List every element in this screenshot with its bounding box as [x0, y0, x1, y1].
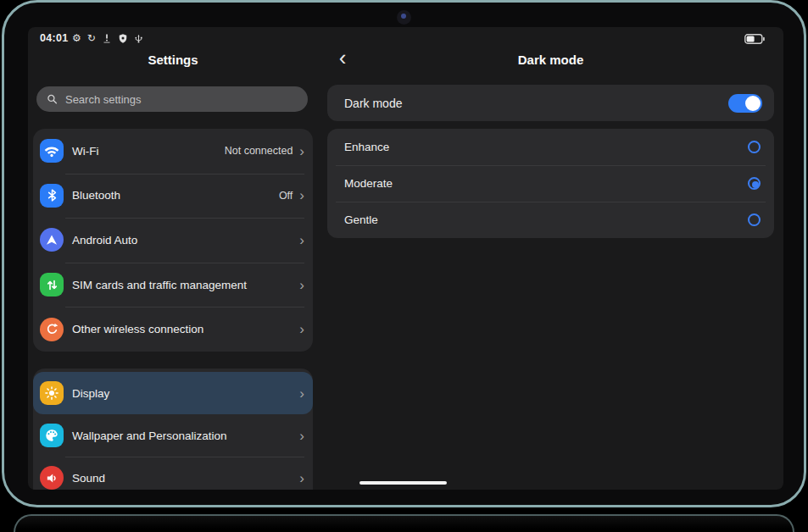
dark-mode-page-title: Dark mode [327, 53, 774, 67]
chevron-right-icon: › [299, 429, 304, 443]
update-alert-icon [102, 33, 112, 44]
search-icon [47, 93, 58, 105]
chevron-right-icon: › [299, 471, 304, 485]
list-item-android-auto[interactable]: Android Auto › [33, 218, 313, 263]
radio-unselected-icon[interactable] [748, 141, 761, 153]
list-item-wifi[interactable]: Wi-Fi Not connected › [33, 129, 313, 174]
settings-page-title: Settings [33, 53, 313, 67]
option-label: Gentle [344, 213, 378, 226]
list-item-sound[interactable]: Sound › [33, 457, 313, 490]
radio-unselected-icon[interactable] [748, 213, 761, 226]
wifi-icon [40, 139, 64, 163]
option-enhance[interactable]: Enhance [327, 129, 774, 165]
chevron-right-icon: › [299, 233, 304, 247]
chevron-right-icon: › [299, 278, 304, 292]
home-indicator[interactable] [359, 481, 447, 485]
chevron-right-icon: › [299, 188, 304, 202]
chevron-right-icon: › [299, 144, 304, 158]
list-item-label: Bluetooth [72, 189, 120, 202]
settings-gear-icon: ⚙ [72, 33, 81, 44]
wireless-refresh-icon [40, 318, 64, 341]
connectivity-card: Wi-Fi Not connected › Bluetooth Off › [33, 129, 313, 352]
tablet-reflection [14, 514, 794, 532]
list-item-bluetooth[interactable]: Bluetooth Off › [33, 174, 313, 219]
list-item-display[interactable]: Display › [33, 372, 313, 414]
radio-selected-icon[interactable] [748, 177, 761, 190]
speaker-icon [40, 466, 64, 490]
search-bar[interactable] [36, 86, 308, 112]
android-auto-icon [40, 228, 64, 252]
shield-icon [118, 33, 128, 44]
list-item-sim-cards[interactable]: SIM cards and traffic management › [33, 263, 313, 308]
sim-traffic-icon [40, 273, 64, 296]
option-label: Moderate [344, 177, 393, 190]
list-item-label: Display [72, 387, 109, 400]
list-item-wallpaper[interactable]: Wallpaper and Personalization › [33, 414, 313, 457]
display-sun-icon [40, 381, 64, 405]
palette-icon [40, 424, 64, 447]
bluetooth-icon [40, 184, 64, 208]
list-item-value: Not connected [225, 145, 293, 157]
switch-knob [745, 96, 761, 111]
sync-icon: ↻ [87, 33, 96, 44]
list-item-label: Android Auto [72, 234, 137, 247]
list-item-label: Other wireless connection [72, 323, 203, 335]
option-gentle[interactable]: Gentle [327, 202, 774, 238]
search-input[interactable] [65, 93, 298, 106]
list-item-other-wireless[interactable]: Other wireless connection › [33, 307, 313, 352]
dark-mode-switch[interactable] [728, 94, 762, 113]
chevron-right-icon: › [299, 386, 304, 401]
tablet-frame: 04:01 ⚙ ↻ [2, 0, 806, 507]
list-item-label: Sound [72, 472, 105, 485]
option-moderate[interactable]: Moderate [327, 165, 774, 202]
list-item-value: Off [279, 190, 293, 202]
personalization-card: Display › Wallpaper and Personalization … [33, 369, 313, 490]
front-camera [397, 10, 411, 25]
list-item-label: Wallpaper and Personalization [72, 429, 227, 442]
dark-mode-options-card: Enhance Moderate Gentle [327, 129, 774, 238]
dark-mode-toggle-row[interactable]: Dark mode [327, 85, 774, 121]
option-label: Enhance [344, 141, 389, 153]
list-item-label: Wi-Fi [72, 145, 98, 158]
chevron-right-icon: › [299, 322, 304, 336]
screen: 04:01 ⚙ ↻ [28, 27, 783, 490]
battery-icon [744, 34, 765, 44]
status-time: 04:01 [40, 32, 68, 44]
status-icons: ⚙ ↻ [72, 32, 143, 45]
usb-icon [134, 33, 143, 44]
dark-mode-toggle-label: Dark mode [344, 97, 402, 110]
list-item-label: SIM cards and traffic management [72, 279, 247, 291]
